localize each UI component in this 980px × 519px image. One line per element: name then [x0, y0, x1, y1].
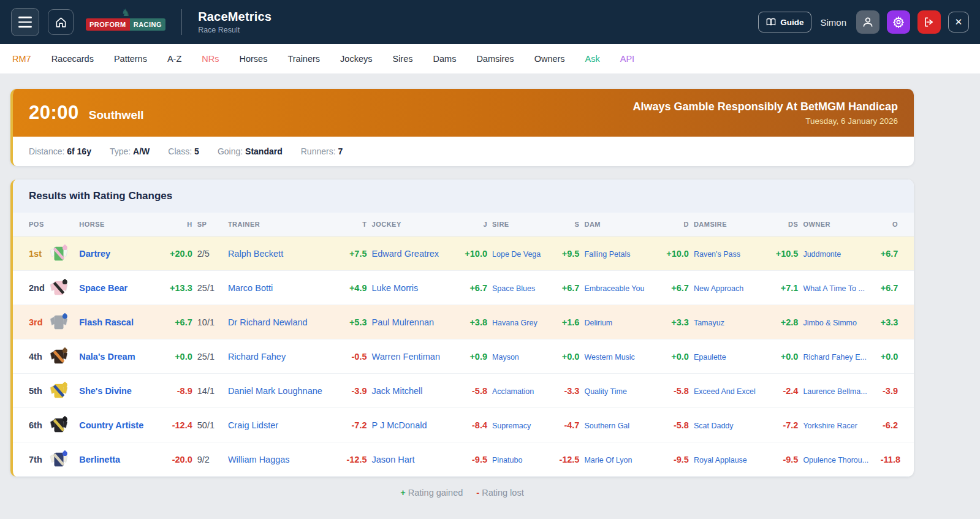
nav-item-patterns[interactable]: Patterns [114, 54, 147, 64]
cell-o: +6.7 [878, 271, 914, 305]
cell-damsire: Royal Applause [691, 442, 770, 477]
horse-link[interactable]: Berlinetta [79, 455, 120, 464]
jockey-link[interactable]: Edward Greatrex [372, 249, 439, 259]
cell-t: +4.9 [341, 271, 369, 305]
dam-link[interactable]: Embraceable You [584, 284, 644, 293]
cell-sire: Pinatubo [490, 442, 553, 477]
sire-link[interactable]: Mayson [492, 353, 519, 362]
dam-link[interactable]: Western Music [584, 353, 634, 362]
col-header-o: O [878, 213, 914, 237]
sire-link[interactable]: Acclamation [492, 387, 534, 396]
h-rating-change: +20.0 [170, 249, 192, 259]
position-label: 5th [29, 386, 42, 396]
damsire-link[interactable]: Exceed And Excel [694, 387, 756, 396]
home-button[interactable] [48, 9, 74, 35]
close-button[interactable]: ✕ [948, 12, 969, 32]
nav-item-trainers[interactable]: Trainers [287, 54, 320, 64]
damsire-link[interactable]: Royal Applause [694, 456, 747, 464]
cell-trainer: Dr Richard Newland [226, 305, 341, 339]
cell-ds: -2.4 [770, 374, 800, 408]
hamburger-menu-button[interactable] [11, 8, 39, 36]
nav-item-nrs[interactable]: NRs [202, 54, 219, 64]
nav-item-a-z[interactable]: A-Z [167, 54, 181, 64]
trainer-link[interactable]: Marco Botti [228, 283, 273, 293]
dam-link[interactable]: Falling Petals [584, 250, 630, 259]
sire-link[interactable]: Havana Grey [492, 319, 537, 327]
horse-link[interactable]: Nala's Dream [79, 352, 135, 362]
owner-link[interactable]: Laurence Bellma... [803, 387, 867, 396]
jockey-link[interactable]: P J McDonald [372, 420, 427, 430]
trainer-link[interactable]: Richard Fahey [228, 352, 286, 362]
owner-link[interactable]: What A Time To ... [803, 284, 865, 293]
horse-link[interactable]: Dartrey [79, 249, 110, 259]
nav-item-racecards[interactable]: Racecards [51, 54, 94, 64]
nav-item-owners[interactable]: Owners [534, 54, 565, 64]
sire-link[interactable]: Pinatubo [492, 456, 522, 464]
jockey-link[interactable]: Jason Hart [372, 455, 415, 464]
cell-silk [46, 339, 77, 374]
d-rating-change: -5.8 [674, 386, 689, 396]
owner-link[interactable]: Opulence Thorou... [803, 456, 868, 464]
nav-item-damsires[interactable]: Damsires [476, 54, 514, 64]
horse-link[interactable]: Space Bear [79, 283, 127, 293]
trainer-link[interactable]: Dr Richard Newland [228, 317, 308, 327]
sire-link[interactable]: Space Blues [492, 284, 535, 293]
trainer-link[interactable]: William Haggas [228, 455, 290, 464]
guide-button[interactable]: Guide [758, 12, 811, 32]
sire-link[interactable]: Supremacy [492, 422, 531, 430]
nav-item-api[interactable]: API [620, 54, 634, 64]
cell-t: +7.5 [341, 237, 369, 271]
o-rating-change: +0.0 [881, 352, 898, 362]
jockey-link[interactable]: Paul Mulrennan [372, 317, 435, 327]
ds-rating-change: +2.8 [781, 317, 799, 327]
nav-item-horses[interactable]: Horses [240, 54, 268, 64]
horse-link[interactable]: She's Divine [79, 386, 132, 396]
cell-horse: Space Bear [77, 271, 156, 305]
nav-item-rm7[interactable]: RM7 [12, 54, 31, 64]
dam-link[interactable]: Delirium [584, 319, 612, 327]
h-rating-change: +0.0 [175, 352, 192, 362]
horse-link[interactable]: Flash Rascal [79, 317, 134, 327]
nav-item-jockeys[interactable]: Jockeys [340, 54, 372, 64]
nav-item-dams[interactable]: Dams [433, 54, 457, 64]
horse-link[interactable]: Country Artiste [79, 420, 143, 430]
settings-button[interactable] [887, 10, 910, 34]
dam-link[interactable]: Southern Gal [584, 422, 629, 430]
cell-sp: 25/1 [195, 271, 226, 305]
sire-link[interactable]: Lope De Vega [492, 250, 541, 259]
dam-link[interactable]: Quality Time [584, 387, 626, 396]
cell-owner: Yorkshire Racer [800, 408, 878, 442]
owner-link[interactable]: Juddmonte [803, 250, 841, 259]
owner-link[interactable]: Jimbo & Simmo [803, 319, 857, 327]
proform-racing-logo[interactable]: ♞ PROFORM RACING [86, 18, 165, 31]
t-rating-change: -3.9 [352, 386, 367, 396]
logout-button[interactable] [917, 10, 941, 34]
trainer-link[interactable]: Daniel Mark Loughnane [228, 386, 322, 396]
owner-link[interactable]: Richard Fahey E... [803, 353, 867, 362]
damsire-link[interactable]: Epaulette [694, 353, 726, 362]
owner-link[interactable]: Yorkshire Racer [803, 422, 857, 430]
race-info-distance: Distance: 6f 16y [29, 146, 91, 157]
damsire-link[interactable]: Tamayuz [694, 319, 724, 327]
gear-icon [892, 16, 905, 28]
col-header-dam: DAM [582, 213, 663, 237]
nav-item-sires[interactable]: Sires [392, 54, 412, 64]
damsire-link[interactable]: New Approach [694, 284, 743, 293]
d-rating-change: +0.0 [671, 352, 689, 362]
cell-damsire: Tamayuz [691, 305, 770, 339]
jockey-link[interactable]: Luke Morris [372, 283, 419, 293]
col-header-t: T [341, 213, 369, 237]
damsire-link[interactable]: Scat Daddy [694, 422, 734, 430]
result-row-space-bear: 2nd Space Bear+13.325/1Marco Botti+4.9Lu… [13, 271, 914, 305]
damsire-link[interactable]: Raven's Pass [694, 250, 740, 259]
cell-dam: Western Music [582, 339, 663, 374]
cell-j: +3.8 [459, 305, 490, 339]
trainer-link[interactable]: Craig Lidster [228, 420, 278, 430]
trainer-link[interactable]: Ralph Beckett [228, 249, 283, 259]
cell-jockey: Warren Fentiman [370, 339, 459, 374]
dam-link[interactable]: Marie Of Lyon [584, 456, 632, 464]
jockey-link[interactable]: Warren Fentiman [372, 352, 440, 362]
profile-button[interactable] [856, 10, 879, 34]
jockey-link[interactable]: Jack Mitchell [372, 386, 423, 396]
nav-item-ask[interactable]: Ask [585, 54, 600, 64]
